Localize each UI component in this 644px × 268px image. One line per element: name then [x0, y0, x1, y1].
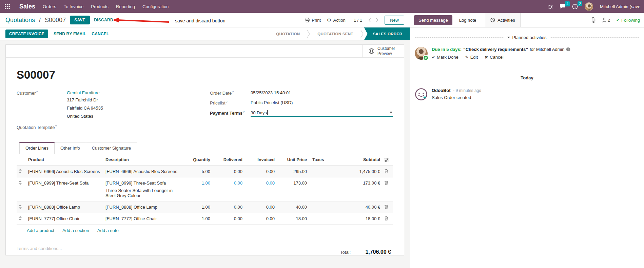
- planned-activities-toggle[interactable]: Planned activities: [504, 35, 550, 40]
- cell-delivered[interactable]: 0.00: [212, 177, 245, 202]
- create-invoice-button[interactable]: CREATE INVOICE: [5, 30, 48, 38]
- payment-terms-input[interactable]: 30 Days: [251, 110, 393, 117]
- pager-previous-icon[interactable]: [368, 18, 371, 22]
- send-message-button[interactable]: Send message: [414, 15, 452, 25]
- drag-handle-icon[interactable]: [19, 216, 22, 221]
- drag-handle-icon[interactable]: [19, 205, 22, 209]
- tab-other-info[interactable]: Other Info: [55, 142, 86, 154]
- cell-taxes[interactable]: [309, 202, 337, 213]
- order-line-row[interactable]: [FURN_7777] Office Chair [FURN_7777] Off…: [17, 213, 393, 225]
- delete-line-icon[interactable]: [384, 205, 388, 209]
- order-line-row[interactable]: [FURN_8888] Office Lamp [FURN_8888] Offi…: [17, 202, 393, 213]
- cell-taxes[interactable]: [309, 177, 337, 202]
- menu-to-invoice[interactable]: To Invoice: [64, 4, 84, 9]
- mark-done-button[interactable]: ✔Mark Done: [432, 55, 458, 60]
- stage-sales-order[interactable]: SALES ORDER: [364, 27, 410, 40]
- app-name[interactable]: Sales: [19, 3, 35, 10]
- quotation-template-field[interactable]: [67, 125, 210, 130]
- stage-chevron-icon: [360, 27, 364, 40]
- cell-invoiced[interactable]: 0.00: [245, 177, 277, 202]
- edit-activity-button[interactable]: ✎Edit: [465, 55, 478, 60]
- drag-handle-icon[interactable]: [19, 169, 22, 173]
- order-line-row[interactable]: [FURN_8999] Three-Seat Sofa [FURN_8999] …: [17, 177, 393, 202]
- discard-button[interactable]: DISCARD: [94, 18, 113, 22]
- cell-invoiced[interactable]: 0.00: [245, 213, 277, 225]
- add-section-link[interactable]: Add a section: [62, 228, 89, 233]
- cell-description[interactable]: [FURN_6666] Acoustic Bloc Screens: [103, 166, 182, 177]
- menu-products[interactable]: Products: [91, 4, 108, 9]
- print-button[interactable]: Print: [305, 18, 321, 23]
- cell-delivered[interactable]: 0.00: [212, 202, 245, 213]
- activity-item: Due in 5 days: “Check delivery requireme…: [410, 42, 644, 62]
- terms-and-conditions-input[interactable]: Terms and conditions...: [17, 246, 62, 255]
- cell-description[interactable]: [FURN_7777] Office Chair: [103, 213, 182, 225]
- cancel-order-button[interactable]: CANCEL: [92, 32, 109, 36]
- x-icon: ✖: [485, 55, 488, 60]
- dropdown-caret-icon[interactable]: [390, 112, 392, 113]
- cell-description[interactable]: [FURN_8888] Office Lamp: [103, 202, 182, 213]
- user-avatar[interactable]: [585, 2, 593, 11]
- pager-next-icon[interactable]: [376, 18, 378, 22]
- odoobot-avatar[interactable]: [415, 88, 428, 101]
- menu-configuration[interactable]: Configuration: [142, 4, 169, 9]
- stage-quotation-sent[interactable]: QUOTATION SENT: [311, 27, 360, 40]
- delete-line-icon[interactable]: [384, 169, 388, 173]
- activities-clock-icon[interactable]: 2: [572, 4, 578, 9]
- activities-badge: 2: [578, 1, 582, 6]
- cell-delivered[interactable]: 0.00: [212, 166, 245, 177]
- menu-orders[interactable]: Orders: [43, 4, 56, 9]
- apps-grid-icon[interactable]: [3, 3, 11, 11]
- add-product-link[interactable]: Add a product: [27, 228, 54, 233]
- cell-quantity[interactable]: 1.00: [182, 177, 212, 202]
- cell-invoiced[interactable]: 0.00: [245, 166, 277, 177]
- cell-product[interactable]: [FURN_7777] Office Chair: [26, 213, 103, 225]
- cancel-activity-button[interactable]: ✖Cancel: [485, 55, 504, 60]
- messages-icon[interactable]: 4: [560, 4, 565, 9]
- delete-line-icon[interactable]: [384, 216, 388, 221]
- tab-order-lines[interactable]: Order Lines: [19, 142, 55, 154]
- cell-product[interactable]: [FURN_8999] Three-Seat Sofa: [26, 177, 103, 202]
- attachment-icon[interactable]: [591, 17, 596, 23]
- breadcrumb-quotations[interactable]: Quotations: [5, 17, 35, 24]
- delete-line-icon[interactable]: [384, 180, 388, 185]
- log-note-button[interactable]: Log note: [455, 15, 481, 25]
- send-by-email-button[interactable]: SEND BY EMAIL: [54, 32, 86, 36]
- customer-preview-button[interactable]: Customer Preview: [362, 45, 404, 57]
- cell-subtotal: 1,475.00 €: [337, 166, 382, 177]
- menu-reporting[interactable]: Reporting: [116, 4, 135, 9]
- cell-quantity[interactable]: 1.00: [182, 202, 212, 213]
- cell-unit-price[interactable]: 18.00: [277, 213, 309, 225]
- optional-columns-icon[interactable]: [384, 158, 389, 162]
- followers-button[interactable]: 2: [602, 18, 610, 23]
- cell-taxes[interactable]: [309, 213, 337, 225]
- action-button[interactable]: ⚙ Action: [327, 17, 346, 23]
- following-button[interactable]: ✔ Following: [616, 18, 640, 23]
- cell-taxes[interactable]: [309, 166, 337, 177]
- cell-unit-price[interactable]: 295.00: [277, 166, 309, 177]
- cell-unit-price[interactable]: 40.00: [277, 202, 309, 213]
- user-menu[interactable]: Mitchell Admin (save_discar: [600, 4, 640, 9]
- cell-product[interactable]: [FURN_6666] Acoustic Bloc Screens: [26, 166, 103, 177]
- cell-quantity[interactable]: 1.00: [182, 213, 212, 225]
- followers-count: 2: [608, 18, 610, 23]
- debug-icon[interactable]: [548, 4, 553, 9]
- cell-product[interactable]: [FURN_8888] Office Lamp: [26, 202, 103, 213]
- customer-link[interactable]: Gemini Furniture: [67, 90, 100, 95]
- stage-quotation[interactable]: QUOTATION: [269, 27, 307, 40]
- drag-handle-icon[interactable]: [19, 180, 22, 185]
- cell-quantity[interactable]: 5.00: [182, 166, 212, 177]
- cell-unit-price[interactable]: 173.00: [277, 177, 309, 202]
- message-author[interactable]: OdooBot: [432, 88, 451, 93]
- activities-tab[interactable]: Activities: [485, 13, 520, 27]
- info-icon[interactable]: [566, 47, 570, 52]
- save-button[interactable]: SAVE: [70, 16, 90, 24]
- followers-icon: [602, 18, 606, 22]
- pricelist-field[interactable]: Public Pricelist (USD): [251, 100, 393, 106]
- cell-invoiced[interactable]: 0.00: [245, 202, 277, 213]
- cell-delivered[interactable]: 0.00: [212, 213, 245, 225]
- new-button[interactable]: New: [385, 16, 404, 25]
- order-line-row[interactable]: [FURN_6666] Acoustic Bloc Screens [FURN_…: [17, 166, 393, 177]
- add-note-link[interactable]: Add a note: [97, 228, 119, 233]
- tab-customer-signature[interactable]: Customer Signature: [86, 142, 137, 154]
- order-date-field[interactable]: 05/25/2023 15:40:01: [251, 90, 393, 96]
